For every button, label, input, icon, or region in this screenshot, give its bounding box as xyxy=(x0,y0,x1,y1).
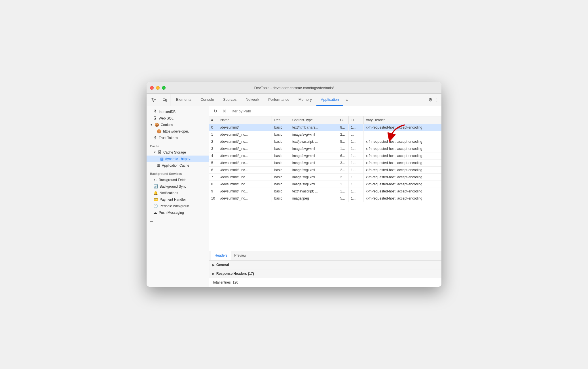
table-row[interactable]: 8/devsummit/_inc...basicimage/svg+xml1..… xyxy=(209,181,441,188)
table-row[interactable]: 0/devsummit/basictext/html; chars...8...… xyxy=(209,124,441,131)
table-row[interactable]: 1/devsummit/_inc...basicimage/svg+xml2..… xyxy=(209,131,441,138)
sidebar-item-payment-handler[interactable]: 💳 Payment Handler xyxy=(147,196,209,203)
traffic-lights xyxy=(150,86,166,90)
tab-memory[interactable]: Memory xyxy=(294,94,316,106)
tab-network[interactable]: Network xyxy=(241,94,264,106)
tabbar: Elements Console Sources Network Perform… xyxy=(147,94,441,106)
sidebar-item-cookies-dev[interactable]: 🍪 https://developer. xyxy=(147,128,209,135)
refresh-button[interactable]: ↻ xyxy=(211,107,219,115)
table-row[interactable]: 10/devsummit/_inc...basicimage/jpeg5...1… xyxy=(209,195,441,202)
sidebar-item-trust-tokens[interactable]: 🗄 Trust Tokens xyxy=(147,135,209,141)
table-row[interactable]: 7/devsummit/_inc...basicimage/svg+xml2..… xyxy=(209,174,441,181)
devtools-window: DevTools - developer.chrome.com/tags/dev… xyxy=(147,82,441,287)
col-header-ti[interactable]: Ti... xyxy=(348,116,363,124)
cache-storage-icon: 🗄 xyxy=(158,150,162,154)
svg-rect-1 xyxy=(166,99,167,101)
tab-headers[interactable]: Headers xyxy=(211,251,231,260)
filter-input[interactable] xyxy=(229,109,439,113)
cookies-arrow: ▼ xyxy=(150,123,153,126)
clear-button[interactable]: ✕ xyxy=(220,107,228,115)
indexeddb-icon: 🗄 xyxy=(153,110,157,114)
tab-elements[interactable]: Elements xyxy=(172,94,196,106)
table-container: # Name Res... Content-Type C... Ti... Va… xyxy=(209,116,441,251)
dynamic-cache-icon: ▦ xyxy=(160,157,164,161)
tab-console[interactable]: Console xyxy=(196,94,219,106)
main-content: 🗄 IndexedDB 🗄 Web SQL ▼ 🍪 Cookies 🍪 http… xyxy=(147,106,441,287)
sidebar-item-cookies[interactable]: ▼ 🍪 Cookies xyxy=(147,121,209,128)
filter-bar: ↻ ✕ xyxy=(209,106,441,116)
col-header-c[interactable]: C... xyxy=(338,116,349,124)
cache-section-label: Cache xyxy=(147,141,209,149)
websql-icon: 🗄 xyxy=(153,116,157,120)
col-header-response[interactable]: Res... xyxy=(272,116,290,124)
cookies-icon: 🍪 xyxy=(155,123,159,127)
table-row[interactable]: 5/devsummit/_inc...basicimage/svg+xml3..… xyxy=(209,160,441,167)
sidebar-item-dynamic-cache[interactable]: ▦ dynamic - https:/. xyxy=(147,156,209,162)
payment-handler-icon: 💳 xyxy=(153,197,158,202)
tab-application[interactable]: Application xyxy=(316,94,344,106)
response-headers-section[interactable]: ▶ Response Headers (17) xyxy=(209,269,441,278)
push-messaging-icon: ☁ xyxy=(153,210,157,215)
trust-tokens-icon: 🗄 xyxy=(153,136,157,140)
sidebar-item-push-messaging[interactable]: ☁ Push Messaging xyxy=(147,209,209,216)
close-button[interactable] xyxy=(150,86,154,90)
table-header-row: # Name Res... Content-Type C... Ti... Va… xyxy=(209,116,441,124)
table-row[interactable]: 6/devsummit/_inc...basicimage/svg+xml2..… xyxy=(209,167,441,174)
response-headers-arrow: ▶ xyxy=(212,272,215,275)
general-section[interactable]: ▶ General xyxy=(209,261,441,269)
tab-performance[interactable]: Performance xyxy=(264,94,294,106)
sidebar-item-bg-fetch[interactable]: ↑↓ Background Fetch xyxy=(147,177,209,183)
minimize-button[interactable] xyxy=(156,86,160,90)
inspect-icon[interactable] xyxy=(148,94,159,106)
col-header-name[interactable]: Name xyxy=(218,116,272,124)
bottom-panel: Headers Preview ▶ General ▶ Response Hea… xyxy=(209,251,441,287)
bg-fetch-icon: ↑↓ xyxy=(153,178,157,182)
maximize-button[interactable] xyxy=(162,86,166,90)
sidebar-item-indexeddb[interactable]: 🗄 IndexedDB xyxy=(147,108,209,115)
table-row[interactable]: 2/devsummit/_inc...basictext/javascript;… xyxy=(209,138,441,145)
sidebar-item-notifications[interactable]: 🔔 Notifications xyxy=(147,190,209,196)
sidebar-item-websql[interactable]: 🗄 Web SQL xyxy=(147,115,209,121)
panel-tabs: Headers Preview xyxy=(209,251,441,261)
window-title: DevTools - developer.chrome.com/tags/dev… xyxy=(254,86,334,90)
svg-rect-0 xyxy=(163,99,165,100)
table-row[interactable]: 3/devsummit/_inc...basicimage/svg+xml1..… xyxy=(209,145,441,152)
sidebar-item-bg-sync[interactable]: 🔄 Background Sync xyxy=(147,183,209,190)
col-header-content-type[interactable]: Content-Type xyxy=(290,116,338,124)
sidebar-item-cache-storage[interactable]: ▼ 🗄 Cache Storage xyxy=(147,149,209,156)
app-cache-icon: ▦ xyxy=(157,163,160,167)
cookie-entry-icon: 🍪 xyxy=(157,129,161,133)
notifications-icon: 🔔 xyxy=(153,191,158,195)
tab-sources[interactable]: Sources xyxy=(219,94,241,106)
col-header-vary[interactable]: Vary Header xyxy=(363,116,441,124)
more-options-icon[interactable]: ⋮ xyxy=(435,97,439,102)
titlebar: DevTools - developer.chrome.com/tags/dev… xyxy=(147,82,441,94)
sidebar-item-application-cache[interactable]: ▦ Application Cache xyxy=(147,162,209,169)
more-tabs-button[interactable]: » xyxy=(343,94,350,106)
bg-services-section-label: Background Services xyxy=(147,169,209,177)
cache-storage-arrow: ▼ xyxy=(153,151,156,154)
general-arrow: ▶ xyxy=(212,263,215,267)
sidebar-collapse-btn[interactable]: – xyxy=(147,216,209,227)
sidebar-item-periodic-bg[interactable]: 🕐 Periodic Backgroun xyxy=(147,203,209,209)
total-entries: Total entries: 120 xyxy=(209,278,441,287)
settings-area: ⚙ ⋮ xyxy=(426,94,441,106)
content-panel: ↻ ✕ xyxy=(209,106,441,287)
sidebar: 🗄 IndexedDB 🗄 Web SQL ▼ 🍪 Cookies 🍪 http… xyxy=(147,106,209,287)
tab-preview[interactable]: Preview xyxy=(231,251,250,260)
cache-table: # Name Res... Content-Type C... Ti... Va… xyxy=(209,116,441,202)
col-header-hash[interactable]: # xyxy=(209,116,218,124)
table-row[interactable]: 4/devsummit/_inc...basicimage/svg+xml6..… xyxy=(209,152,441,160)
settings-icon[interactable]: ⚙ xyxy=(428,97,432,102)
periodic-bg-icon: 🕐 xyxy=(153,204,158,208)
bg-sync-icon: 🔄 xyxy=(153,184,158,188)
device-icon[interactable] xyxy=(159,94,170,106)
table-row[interactable]: 9/devsummit/_inc...basictext/javascript;… xyxy=(209,188,441,195)
